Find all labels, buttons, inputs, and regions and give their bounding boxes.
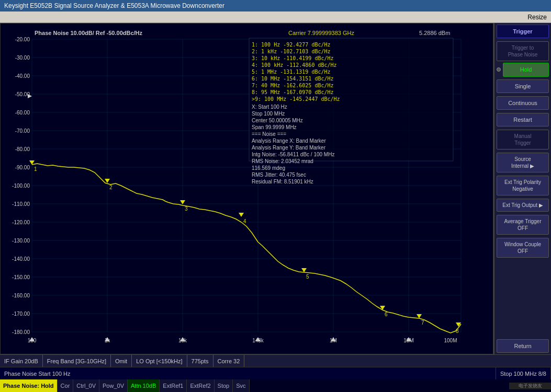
hold-indicator — [497, 67, 501, 72]
single-button[interactable]: Single — [497, 79, 549, 93]
omit-cell: Omit — [111, 355, 132, 367]
title-bar: Keysight E5052B Signal Source Analyzer &… — [0, 0, 551, 11]
svg-text:7: 7 — [421, 320, 424, 326]
freq-band-cell: Freq Band [3G-10GHz] — [43, 355, 111, 367]
svg-text:1:   100 Hz       -92.4277  dB: 1: 100 Hz -92.4277 dBc/Hz — [252, 42, 331, 48]
return-button[interactable]: Return — [497, 339, 549, 353]
svg-text:-180.00: -180.00 — [12, 329, 30, 335]
svg-text:Analysis Range Y: Band Marker: Analysis Range Y: Band Marker — [252, 145, 326, 151]
chart-svg: -20.00 -30.00 -40.00 -50.00 -60.00 -70.0… — [1, 24, 493, 354]
ext-trig-output-button[interactable]: Ext Trig Output ▶ — [497, 199, 549, 212]
trigger-header: Trigger — [497, 25, 549, 38]
svg-text:Residual FM: 8.51901 kHz: Residual FM: 8.51901 kHz — [252, 179, 313, 185]
attn-status: Attn 10dB — [128, 379, 160, 392]
svg-text:2:   1 kHz        -102.7103 dB: 2: 1 kHz -102.7103 dBc/Hz — [252, 49, 331, 54]
info-bar: Phase Noise Start 100 Hz Stop 100 MHz 8/… — [0, 367, 551, 379]
corre-cell: Corre 32 — [213, 355, 245, 367]
title-text: Keysight E5052B Signal Source Analyzer &… — [4, 2, 224, 9]
svg-text:X: Start 100 Hz: X: Start 100 Hz — [252, 104, 287, 110]
svg-text:Stop 100 MHz: Stop 100 MHz — [252, 111, 285, 117]
chart-area: -20.00 -30.00 -40.00 -50.00 -60.00 -70.0… — [0, 23, 493, 354]
svg-text:2: 2 — [109, 185, 113, 190]
svg-text:8: 8 — [456, 328, 459, 334]
svg-text:6: 6 — [385, 312, 388, 317]
svg-text:-140.00: -140.00 — [12, 256, 30, 262]
svg-text:RMS Noise: 2.03452 mrad: RMS Noise: 2.03452 mrad — [252, 158, 313, 164]
svg-text:5.2886 dBm: 5.2886 dBm — [419, 30, 450, 36]
pow0v-status: Pow_0V — [99, 379, 128, 392]
svg-text:100M: 100M — [444, 338, 457, 343]
svg-text:-90.00: -90.00 — [15, 165, 30, 170]
svg-text:Analysis Range X: Band Marker: Analysis Range X: Band Marker — [252, 138, 326, 144]
svg-text:Carrier 7.999999383 GHz: Carrier 7.999999383 GHz — [288, 30, 354, 36]
extref2-status: ExtRef2 — [187, 379, 214, 392]
manual-trigger-button[interactable]: ManualTrigger — [497, 130, 549, 149]
restart-button[interactable]: Restart — [497, 113, 549, 126]
svg-text:-110.00: -110.00 — [12, 201, 30, 207]
stop-status: Stop — [215, 379, 233, 392]
svg-text:-40.00: -40.00 — [15, 73, 30, 79]
svg-text:Center 50.00005 MHz: Center 50.00005 MHz — [252, 118, 303, 123]
menu-bar: Resize — [0, 11, 551, 23]
svg-text:-20.00: -20.00 — [15, 37, 30, 42]
svg-text:1: 1 — [34, 166, 37, 172]
svg-text:=== Noise ===: === Noise === — [252, 131, 286, 137]
window-couple-button[interactable]: Window CoupleOFF — [497, 238, 549, 258]
average-trigger-button[interactable]: Average TriggerOFF — [497, 215, 549, 235]
ctrl0v-status: Ctrl_0V — [73, 379, 99, 392]
svg-text:-150.00: -150.00 — [12, 274, 30, 280]
status-bar-1: IF Gain 20dB Freq Band [3G-10GHz] Omit L… — [0, 354, 551, 367]
svg-text:-170.00: -170.00 — [12, 311, 30, 317]
pts-cell: 775pts — [187, 355, 213, 367]
continuous-button[interactable]: Continuous — [497, 96, 549, 110]
svg-text:Span 99.9999 MHz: Span 99.9999 MHz — [252, 124, 297, 130]
ext-trig-polarity-button[interactable]: Ext Trig PolarityNegative — [497, 176, 549, 195]
svg-text:3: 3 — [185, 206, 188, 212]
svg-text:-100.00: -100.00 — [12, 183, 30, 189]
svg-text:7:   40 MHz       -162.6025 dB: 7: 40 MHz -162.6025 dBc/Hz — [252, 83, 334, 88]
svg-text:-30.00: -30.00 — [15, 55, 30, 61]
svg-text:Intg Noise: -56.8411 dBc / 100: Intg Noise: -56.8411 dBc / 100 MHz — [252, 152, 334, 157]
hold-button[interactable]: Hold — [503, 63, 549, 76]
svg-text:116.569 mdeg: 116.569 mdeg — [252, 165, 285, 171]
svg-text:RMS Jitter: 40.475 fsec: RMS Jitter: 40.475 fsec — [252, 172, 306, 178]
svg-text:-70.00: -70.00 — [15, 128, 30, 134]
svg-text:-120.00: -120.00 — [12, 220, 30, 225]
svg-text:8:   95 MHz       -167.0970 dB: 8: 95 MHz -167.0970 dBc/Hz — [252, 89, 334, 95]
svg-text:5:   1 MHz        -131.1319 dB: 5: 1 MHz -131.1319 dBc/Hz — [252, 69, 331, 75]
svg-text:-160.00: -160.00 — [12, 293, 30, 298]
svg-text:4: 4 — [243, 218, 246, 224]
svg-text:5: 5 — [306, 274, 309, 280]
svg-text:-80.00: -80.00 — [15, 146, 30, 152]
lo-opt-cell: LO Opt [<150kHz] — [132, 355, 187, 367]
info-left: Phase Noise Start 100 Hz — [0, 367, 496, 379]
phase-noise-status: Phase Noise: Hold — [0, 379, 58, 392]
svg-text:4:   100 kHz      -112.4860 dB: 4: 100 kHz -112.4860 dBc/Hz — [252, 62, 337, 68]
right-panel: Trigger Trigger toPhase Noise Hold Singl… — [493, 23, 551, 354]
svg-text:-130.00: -130.00 — [12, 238, 30, 244]
resize-button[interactable]: Resize — [527, 14, 547, 21]
svg-text:Phase Noise  10.00dB/ Ref -50.: Phase Noise 10.00dB/ Ref -50.00dBc/Hz — [35, 30, 143, 36]
svg-text:3:   10 kHz       -110.4199 dB: 3: 10 kHz -110.4199 dBc/Hz — [252, 55, 334, 61]
trigger-to-phase-noise-button[interactable]: Trigger toPhase Noise — [497, 41, 549, 61]
if-gain-cell: IF Gain 20dB — [0, 355, 43, 367]
svg-text:6:   10 MHz       -154.3151 dB: 6: 10 MHz -154.3151 dBc/Hz — [252, 76, 334, 82]
status-bar-2: Phase Noise: Hold Cor Ctrl_0V Pow_0V Att… — [0, 379, 551, 392]
svg-text:>9: 100 MHz       -145.2447 dB: >9: 100 MHz -145.2447 dBc/Hz — [252, 96, 340, 102]
info-right: Stop 100 MHz 8/8 — [496, 367, 551, 379]
logo-area: 电子发烧友 — [509, 383, 551, 389]
source-internal-button[interactable]: SourceInternal ▶ — [497, 153, 549, 172]
svg-text:-60.00: -60.00 — [15, 110, 30, 116]
svc-status: Svc — [233, 379, 249, 392]
cor-status: Cor — [58, 379, 74, 392]
extref1-status: ExtRef1 — [160, 379, 187, 392]
